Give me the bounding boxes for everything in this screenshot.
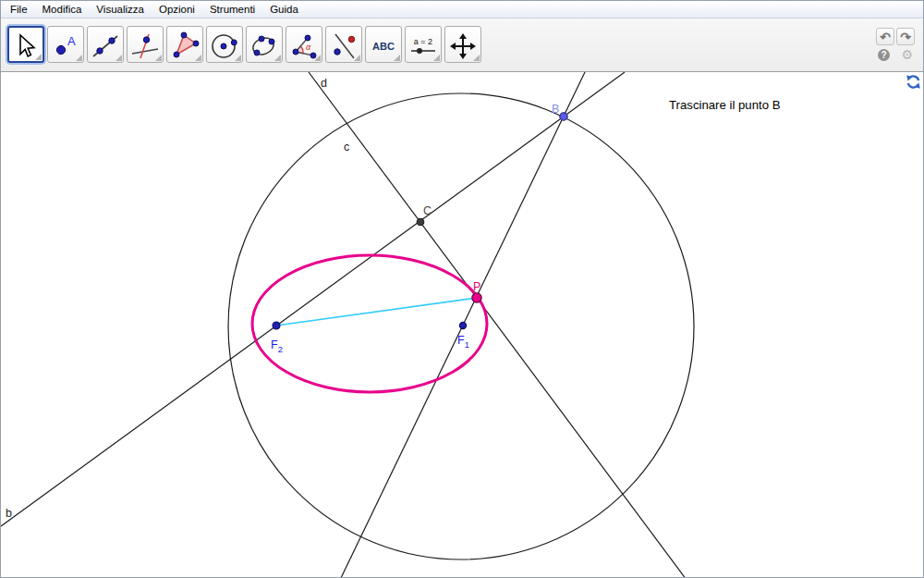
point-F1[interactable] xyxy=(459,322,466,328)
menu-bar: File Modifica Visualizza Opzioni Strumen… xyxy=(1,1,923,18)
dropdown-arrow-icon xyxy=(394,55,400,61)
label-F2: F2 xyxy=(271,338,283,354)
dropdown-arrow-icon xyxy=(76,55,82,61)
undo-button[interactable]: ↶ xyxy=(876,28,894,45)
label-B: B xyxy=(552,103,559,116)
menu-opzioni[interactable]: Opzioni xyxy=(152,3,202,16)
tool-slider-button[interactable]: a = 2 xyxy=(405,26,442,63)
hint-text: Trascinare il punto B xyxy=(669,98,781,112)
construction-canvas[interactable]: Trascinare il punto B BCPF1F2bcd xyxy=(1,72,923,578)
svg-text:α: α xyxy=(306,43,311,52)
settings-gear-icon[interactable]: ⚙ xyxy=(901,49,913,61)
geogebra-window: File Modifica Visualizza Opzioni Strumen… xyxy=(0,0,924,578)
label-c: c xyxy=(344,141,349,154)
label-d: d xyxy=(321,77,327,90)
tool-circle-button[interactable] xyxy=(206,26,243,63)
tool-move-button[interactable] xyxy=(7,26,44,63)
point-F2[interactable] xyxy=(273,322,280,329)
point-C[interactable] xyxy=(417,218,424,226)
dropdown-arrow-icon xyxy=(116,55,122,61)
dropdown-arrow-icon xyxy=(354,55,360,61)
refresh-icon[interactable] xyxy=(906,74,921,90)
label-P: P xyxy=(473,280,480,293)
menu-file[interactable]: File xyxy=(3,3,35,16)
help-icon[interactable]: ? xyxy=(878,49,890,61)
tool-angle-button[interactable]: α xyxy=(286,26,322,63)
line-d[interactable] xyxy=(309,72,687,578)
redo-button[interactable]: ↷ xyxy=(896,28,915,45)
dropdown-arrow-icon xyxy=(314,55,321,61)
svg-text:ABC: ABC xyxy=(372,41,395,52)
toolbar-right-controls: ↶ ↷ ? ⚙ xyxy=(876,28,915,61)
tool-reflect-button[interactable] xyxy=(325,26,362,63)
menu-guida[interactable]: Guida xyxy=(262,3,306,16)
menu-strumenti[interactable]: Strumenti xyxy=(202,3,262,16)
dropdown-arrow-icon xyxy=(155,55,162,61)
graphics-view[interactable]: Trascinare il punto B BCPF1F2bcd xyxy=(1,72,923,578)
tool-move-graphics-button[interactable] xyxy=(444,26,481,63)
tool-perpendicular-line-button[interactable] xyxy=(127,26,164,63)
label-C: C xyxy=(423,204,432,217)
tool-line-button[interactable] xyxy=(87,26,124,63)
line-b[interactable] xyxy=(1,72,625,526)
svg-text:A: A xyxy=(67,34,76,48)
tool-buttons: A xyxy=(7,26,481,63)
menu-visualizza[interactable]: Visualizza xyxy=(89,3,152,16)
dropdown-arrow-icon xyxy=(433,55,440,61)
label-F1: F1 xyxy=(457,334,469,350)
dropdown-arrow-icon xyxy=(35,54,42,60)
segment-F2-P[interactable] xyxy=(276,298,477,326)
label-b: b xyxy=(6,507,12,520)
tool-point-button[interactable]: A xyxy=(47,26,84,63)
point-B[interactable] xyxy=(560,113,567,120)
tool-text-button[interactable]: ABC xyxy=(365,26,402,63)
dropdown-arrow-icon xyxy=(274,55,281,61)
dropdown-arrow-icon xyxy=(473,55,480,61)
toolbar: A xyxy=(1,18,923,72)
menu-modifica[interactable]: Modifica xyxy=(35,3,90,16)
tool-polygon-button[interactable] xyxy=(166,26,203,63)
tool-conic-button[interactable] xyxy=(246,26,283,63)
dropdown-arrow-icon xyxy=(235,55,241,61)
svg-text:a = 2: a = 2 xyxy=(414,37,432,46)
point-P[interactable] xyxy=(472,293,481,302)
dropdown-arrow-icon xyxy=(195,55,201,61)
